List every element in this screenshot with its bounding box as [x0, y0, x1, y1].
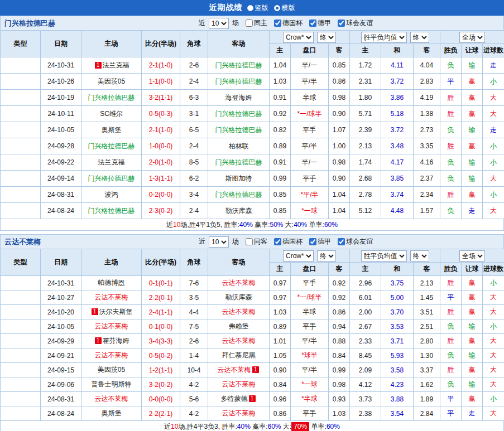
summary-part: 大:	[281, 423, 292, 430]
away-team-cell: 云达不莱梅	[208, 334, 270, 348]
handicap-group-header: Crow*终	[270, 249, 350, 263]
corner-cell: 2-4	[180, 138, 208, 154]
away-team-name[interactable]: 门兴格拉德巴赫	[215, 61, 262, 69]
radio-label: 横版	[282, 3, 295, 13]
same-venue-checkbox-input[interactable]	[246, 238, 253, 245]
home-team-name[interactable]: 云达不莱梅	[95, 351, 128, 359]
away-team-name[interactable]: 海登海姆	[225, 94, 252, 101]
away-team-name[interactable]: 门兴格拉德巴赫	[215, 110, 262, 118]
league-filter-checkbox[interactable]: 德甲	[309, 237, 331, 246]
layout-radio-option[interactable]: 横版	[274, 3, 295, 13]
final-odds-select[interactable]: 终	[410, 250, 429, 261]
match-count-select[interactable]: 10	[209, 18, 229, 29]
home-team-name[interactable]: 法兰克福	[103, 61, 129, 69]
away-team-name[interactable]: 弗赖堡	[229, 322, 249, 330]
away-team-name[interactable]: 门兴格拉德巴赫	[215, 158, 262, 166]
home-team-name[interactable]: 门兴格拉德巴赫	[88, 175, 135, 182]
summary-part: 60%	[267, 423, 281, 430]
odds-company-select[interactable]: Crow*	[283, 32, 314, 43]
avg-home-odds-cell: 5.71	[350, 106, 381, 122]
avg-odds-select[interactable]: 胜平负均值	[361, 250, 407, 261]
home-team-name[interactable]: SC维尔	[100, 110, 123, 118]
home-team-name[interactable]: 门兴格拉德巴赫	[88, 207, 135, 215]
date-cell: 24-09-28	[41, 138, 81, 154]
away-team-name[interactable]: 门兴格拉德巴赫	[215, 78, 262, 85]
goals-result-cell: 小	[483, 276, 504, 290]
league-filter-checkbox[interactable]: 球会友谊	[338, 237, 373, 246]
home-team-name[interactable]: 云达不莱梅	[95, 293, 128, 301]
league-filter-checkbox-input[interactable]	[338, 20, 345, 27]
scope-select[interactable]: 全场	[459, 32, 485, 43]
away-team-name[interactable]: 勒沃库森	[225, 293, 252, 301]
away-team-name[interactable]: 云达不莱梅	[222, 279, 256, 287]
home-team-name[interactable]: 云达不莱梅	[95, 322, 128, 330]
home-team-name[interactable]: 美因茨05	[98, 366, 125, 374]
league-filter-checkbox[interactable]: 德国杯	[274, 18, 303, 28]
home-team-name[interactable]: 奥斯堡	[102, 409, 122, 417]
odds-company-select[interactable]: Crow*	[283, 250, 314, 261]
summary-part: 40%	[294, 221, 307, 229]
final-odds-select[interactable]: 终	[317, 32, 336, 43]
away-team-name[interactable]: 云达不莱梅	[222, 409, 256, 417]
away-team-name[interactable]: 斯图加特	[225, 175, 252, 182]
home-team-name[interactable]: 帕德博恩	[98, 279, 125, 287]
near-label: 近	[199, 237, 205, 246]
ah-away-odds-cell: 0.98	[329, 154, 350, 171]
home-team-name[interactable]: 美因茨05	[98, 78, 125, 85]
away-team-name[interactable]: 云达不莱梅	[222, 337, 256, 345]
league-filter-checkbox-label: 球会友谊	[346, 18, 373, 28]
away-team-name[interactable]: 勒沃库森	[225, 207, 252, 215]
ah-away-odds-cell: 0.92	[329, 276, 350, 290]
ah-line-cell: 半球	[291, 90, 329, 106]
away-team-name[interactable]: 云达不莱梅	[222, 308, 256, 316]
avg-away-odds-cell: 1.45	[414, 290, 440, 305]
league-cell: 德甲	[1, 363, 41, 377]
same-venue-checkbox-input[interactable]	[246, 20, 253, 27]
ah-home-odds-cell: 0.91	[270, 90, 291, 106]
home-team-name[interactable]: 云达不莱梅	[95, 395, 128, 403]
match-row: 德甲24-08-31波鸿0-2(0-0)3-4门兴格拉德巴赫0.85*平/半1.…	[1, 187, 504, 203]
avg-draw-odds-cell: 3.88	[381, 392, 414, 406]
home-team-name[interactable]: 沃尔夫斯堡	[99, 308, 133, 316]
avg-home-odds-cell: 6.01	[350, 290, 381, 305]
league-filter-checkbox-input[interactable]	[309, 238, 316, 245]
league-filter-checkbox[interactable]: 德甲	[309, 18, 331, 28]
home-team-name[interactable]: 门兴格拉德巴赫	[88, 142, 135, 150]
same-venue-checkbox[interactable]: 同客	[246, 237, 267, 246]
home-team-cell: 门兴格拉德巴赫	[81, 203, 142, 219]
away-team-cell: 门兴格拉德巴赫	[208, 122, 270, 138]
away-team-name[interactable]: 门兴格拉德巴赫	[215, 191, 262, 198]
match-count-select[interactable]: 10	[209, 236, 229, 248]
league-filter-checkbox-input[interactable]	[338, 238, 345, 245]
same-venue-checkbox[interactable]: 同主	[246, 18, 267, 28]
avg-odds-select[interactable]: 胜平负均值	[361, 32, 407, 43]
league-filter-checkbox[interactable]: 德国杯	[274, 237, 303, 246]
league-filter-checkbox-input[interactable]	[274, 238, 281, 245]
league-cell: 德甲	[1, 122, 41, 138]
away-team-name[interactable]: 拜仁慕尼黑	[222, 351, 256, 359]
league-filter-checkbox-input[interactable]	[274, 20, 281, 27]
home-team-name[interactable]: 门兴格拉德巴赫	[88, 94, 135, 101]
away-team-name[interactable]: 云达不莱梅	[218, 366, 251, 374]
away-team-name[interactable]: 门兴格拉德巴赫	[215, 126, 262, 134]
away-team-name[interactable]: 柏林联	[229, 142, 249, 150]
date-cell: 24-10-05	[41, 122, 81, 138]
league-filter-checkbox[interactable]: 球会友谊	[338, 18, 373, 28]
home-team-name[interactable]: 法兰克福	[98, 158, 125, 166]
ah-line-cell: 平手	[291, 171, 329, 187]
scope-select[interactable]: 全场	[459, 250, 485, 261]
layout-radio-option[interactable]: 竖版	[247, 3, 268, 13]
home-team-name[interactable]: 霍芬海姆	[103, 337, 129, 345]
home-team-name[interactable]: 奥斯堡	[102, 126, 122, 134]
summary-part: 10	[171, 423, 178, 430]
final-odds-select[interactable]: 终	[410, 32, 429, 43]
home-team-name[interactable]: 波鸿	[105, 191, 118, 198]
match-row: 德甲24-10-26美因茨051-1(0-0)2-4门兴格拉德巴赫1.03平/半…	[1, 74, 504, 90]
away-team-name[interactable]: 云达不莱梅	[222, 380, 256, 388]
home-team-name[interactable]: 普鲁士明斯特	[92, 380, 132, 388]
away-team-name[interactable]: 多特蒙德	[221, 395, 248, 403]
league-filter-checkbox-input[interactable]	[309, 20, 316, 27]
match-row: 德甲24-08-24奥斯堡2-2(2-1)4-2云达不莱梅0.86平手1.032…	[1, 406, 504, 421]
final-odds-select[interactable]: 终	[317, 250, 336, 261]
avg-home-odds-cell: 2.68	[350, 171, 381, 187]
